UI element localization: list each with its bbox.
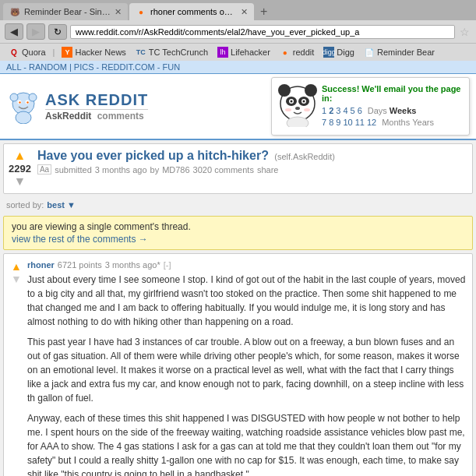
bookmark-label-reminder-bear: Reminder Bear [377, 48, 435, 57]
upvote-button[interactable]: ▲ [14, 149, 26, 163]
sort-bar: sorted by: best ▼ [0, 197, 476, 213]
reminder-num-1[interactable]: 1 [322, 106, 326, 115]
back-button[interactable]: ◀ [5, 23, 23, 40]
nav-random[interactable]: RANDOM [29, 62, 67, 72]
bookmark-label-hackernews: Hacker News [75, 48, 125, 57]
bookmark-reminder-bear[interactable]: 📄 Reminder Bear [360, 45, 439, 59]
svg-point-1 [10, 93, 18, 101]
reminder-num-7[interactable]: 7 [322, 118, 326, 127]
separator-1: | [53, 48, 55, 57]
hackernews-icon: Y [62, 47, 72, 58]
reminder-num-9[interactable]: 9 [336, 118, 340, 127]
sort-label: sorted by: [6, 200, 44, 210]
refresh-button[interactable]: ↻ [48, 24, 67, 40]
comment-collapse-button[interactable]: [-] [164, 260, 171, 270]
comment-body-area: rhoner 6721 points 3 months ago* [-] Jus… [27, 260, 466, 476]
post-author-link[interactable]: MD786 [162, 165, 189, 175]
post-title-link[interactable]: Have you ever picked up a hitch-hiker? [37, 149, 269, 162]
bookmark-label-reddit: reddit [293, 48, 315, 57]
vote-column: ▲ 2292 ▼ [9, 149, 31, 189]
reminder-num-3[interactable]: 3 [336, 106, 340, 115]
new-tab-button[interactable]: + [256, 3, 272, 20]
post-title-row: ▲ 2292 ▼ Have you ever picked up a hitch… [9, 149, 467, 189]
forward-button[interactable]: ▶ [26, 23, 45, 40]
reminder-num-6[interactable]: 6 [358, 106, 362, 115]
post-share-link[interactable]: share [257, 165, 279, 175]
comment-para-1: Just about every time I see someone I st… [27, 273, 466, 329]
svg-point-16 [303, 100, 305, 103]
svg-point-18 [285, 108, 291, 111]
post-area: ▲ 2292 ▼ Have you ever picked up a hitch… [3, 143, 473, 194]
reminder-num-2[interactable]: 2 [329, 106, 333, 115]
comment-container: ▲ ▼ rhoner 6721 points 3 months ago* [-]… [10, 260, 466, 476]
reminder-num-11[interactable]: 11 [355, 118, 365, 127]
comment-para-3: Anyway, each of these times this shit ha… [27, 411, 466, 476]
nav-separator-1: - [23, 62, 29, 72]
comment-para-2: This past year I have had 3 instances of… [27, 335, 466, 405]
bookmark-digg[interactable]: digg Digg [319, 45, 358, 59]
comment-upvote[interactable]: ▲ [11, 260, 22, 273]
digg-icon: digg [323, 47, 334, 58]
tab-close-2[interactable]: ✕ [241, 7, 248, 17]
tab-label-1: Reminder Bear - Single-U... [24, 7, 111, 16]
svg-point-9 [278, 84, 291, 97]
post-time: 3 months ago [95, 165, 147, 175]
bookmark-lifehacker[interactable]: lh Lifehacker [213, 45, 274, 59]
nav-pics[interactable]: PICS [74, 62, 94, 72]
reminder-unit-years: Years [412, 118, 434, 127]
tab-reminder-bear[interactable]: 🐻 Reminder Bear - Single-U... ✕ [3, 3, 128, 20]
comment-vote-col: ▲ ▼ [10, 260, 23, 476]
post-comments-link[interactable]: 3020 comments [193, 165, 254, 175]
reminder-unit-days: Days [368, 106, 387, 115]
text-size-indicator: Aa [37, 164, 51, 175]
notification-bar: you are viewing a single comment's threa… [3, 216, 473, 250]
subreddit-subname: AskReddit comments [45, 109, 148, 122]
bookmark-quora[interactable]: Q Quora [5, 45, 50, 59]
post-meta: Aa submitted 3 months ago by MD786 3020 … [37, 164, 467, 175]
subreddit-title: ASK REDDIT [45, 91, 148, 109]
sort-value[interactable]: best ▼ [47, 200, 76, 210]
reminder-content: Success! We'll email you the page in: 1 … [322, 84, 463, 129]
comment-section: ▲ ▼ rhoner 6721 points 3 months ago* [-]… [3, 253, 473, 476]
comment-author-link[interactable]: rhoner [27, 260, 55, 270]
post-submitted-label: submitted [55, 165, 92, 175]
address-input[interactable] [70, 25, 455, 39]
reminder-num-5[interactable]: 5 [351, 106, 355, 115]
reminder-num-12[interactable]: 12 [367, 118, 376, 127]
lifehacker-icon: lh [217, 47, 228, 58]
post-by-label: by [150, 165, 160, 175]
reminder-unit-months: Months [382, 118, 410, 127]
svg-point-10 [305, 84, 317, 97]
nav-fun[interactable]: FUN [163, 62, 181, 72]
subreddit-tab-label: comments [97, 111, 144, 122]
panda-illustration [278, 84, 317, 129]
nav-reddit[interactable]: REDDIT.COM [101, 62, 154, 72]
downvote-button[interactable]: ▼ [14, 175, 26, 189]
bookmark-reddit[interactable]: ● reddit [276, 45, 319, 59]
svg-point-20 [287, 117, 309, 127]
tab-rhoner[interactable]: ● rhoner comments on Ha... ✕ [129, 3, 254, 20]
comment-time: 3 months ago* [105, 260, 160, 270]
bookmark-techcrunch[interactable]: TC TC TechCrunch [132, 45, 212, 59]
view-rest-link[interactable]: view the rest of the comments → [12, 234, 148, 245]
bookmark-hackernews[interactable]: Y Hacker News [58, 45, 129, 59]
reminder-num-4[interactable]: 4 [343, 106, 347, 115]
quora-icon: Q [9, 47, 19, 58]
tab-favicon-2: ● [136, 6, 146, 17]
nav-all[interactable]: ALL [6, 62, 21, 72]
tab-bar: 🐻 Reminder Bear - Single-U... ✕ ● rhoner… [0, 0, 476, 20]
bookmark-label-digg: Digg [337, 48, 354, 57]
tab-close-1[interactable]: ✕ [115, 7, 122, 17]
bookmark-label-lifehacker: Lifehacker [231, 48, 270, 57]
notification-text: you are viewing a single comment's threa… [12, 221, 464, 232]
svg-point-2 [29, 93, 37, 101]
comment-downvote[interactable]: ▼ [11, 273, 22, 285]
svg-point-5 [19, 101, 20, 103]
reminder-num-10[interactable]: 10 [343, 118, 352, 127]
bookmark-label-tc: TC TechCrunch [149, 48, 208, 57]
reminder-numbers-row2: 7 8 9 10 11 12 Months Years [322, 118, 463, 127]
bookmark-star-icon[interactable]: ☆ [458, 24, 471, 40]
reminder-num-8[interactable]: 8 [329, 118, 333, 127]
svg-point-15 [291, 100, 293, 103]
reminder-success-text: Success! We'll email you the page in: [322, 84, 463, 103]
